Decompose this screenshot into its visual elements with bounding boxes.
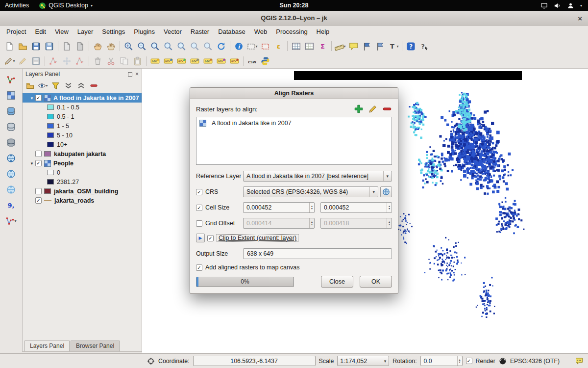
whats-this-button[interactable]: ? [417,40,431,53]
current-edits-button[interactable]: ▾ [3,55,16,68]
legend-item[interactable]: 0 [23,168,142,177]
grid-offset-checkbox[interactable] [196,220,202,227]
show-statistical-summary-button[interactable]: Σ [316,40,329,53]
layer-labeling-options-button[interactable]: abc [148,55,162,68]
menu-settings[interactable]: Settings [98,26,129,38]
cell-size-x-spinbox[interactable]: 0.000452 ▴▾ [243,202,315,213]
new-shapefile-layer-button[interactable]: ▾ [4,215,19,227]
new-bookmark-button[interactable] [360,40,373,53]
legend-item[interactable]: 0.1 - 0.5 [23,103,142,112]
crs-combobox[interactable]: Selected CRS (EPSG:4326, WGS 84) ▾ [243,186,378,197]
zoom-out-button[interactable]: − [135,40,148,53]
new-print-composer-button[interactable] [60,40,74,53]
layer-visibility-checkbox[interactable]: ✓ [35,95,42,101]
refresh-map-button[interactable] [215,40,228,53]
add-feature-button[interactable] [47,55,60,68]
zoom-to-layer-button[interactable] [175,40,188,53]
clock[interactable]: Sun 20:28 [279,2,308,9]
window-titlebar[interactable]: QGIS 2.12.0–Lyon – jk × [0,11,588,26]
menu-raster[interactable]: Raster [186,26,214,38]
select-crs-button[interactable] [380,186,392,197]
layer-item[interactable]: ✓jakarta_roads [23,196,142,205]
window-close-button[interactable]: × [578,11,582,26]
display-icon[interactable] [540,2,548,9]
zoom-full-extent-button[interactable] [148,40,162,53]
pin-unpin-labels-button[interactable]: abc [162,55,175,68]
user-icon[interactable] [567,2,574,9]
log-messages-icon[interactable] [575,357,583,365]
spin-arrows-icon[interactable]: ▴▾ [387,203,392,212]
add-wcs-layer-button[interactable] [4,168,19,180]
csw-search-button[interactable]: CSW [245,55,259,68]
clip-to-extent-checkbox[interactable]: ✓ [207,235,214,241]
rotation-spinbox[interactable]: 0.0 ▴▾ [420,356,463,366]
composer-manager-button[interactable] [74,40,87,53]
open-attribute-table-button[interactable] [290,40,303,53]
menu-database[interactable]: Database [214,26,250,38]
remove-raster-button[interactable] [382,104,392,114]
grid-offset-y-spinbox[interactable]: 0.000418 ▴▾ [320,218,392,229]
text-annotation-button[interactable]: T▾ [387,40,400,53]
float-panel-icon[interactable] [128,72,132,77]
menu-project[interactable]: Project [2,26,30,38]
raster-layers-list[interactable]: A flood in Jakarta like in 2007 [196,117,392,165]
layer-visibility-checkbox[interactable] [35,151,42,157]
clip-expand-button[interactable]: ▶ [196,234,205,242]
add-postgis-layer-button[interactable] [4,105,19,117]
spin-arrows-icon[interactable]: ▴▾ [309,203,314,212]
add-vector-layer-button[interactable] [4,74,19,85]
pan-to-selection-button[interactable] [104,40,118,53]
select-by-expression-button[interactable]: ε [272,40,285,53]
list-item[interactable]: A flood in Jakarta like in 2007 [199,120,389,127]
zoom-in-button[interactable]: + [122,40,135,53]
layer-item[interactable]: jakarta_OSM_building [23,186,142,196]
new-project-button[interactable] [3,40,16,53]
add-mssql-layer-button[interactable] [4,136,19,148]
paste-features-button[interactable] [131,55,144,68]
add-raster-layer-button[interactable] [4,89,19,101]
remove-layer-button[interactable] [88,80,100,91]
measure-button[interactable]: ▾ [334,40,347,53]
menu-processing[interactable]: Processing [271,26,312,38]
legend-item[interactable]: 1 - 5 [23,121,142,131]
move-label-button[interactable]: abc [201,55,215,68]
python-console-button[interactable] [259,55,272,68]
dialog-title[interactable]: Align Rasters [190,88,398,99]
zoom-next-button[interactable] [201,40,215,53]
layer-item[interactable]: ▾✓A flood in Jakarta like in 2007 [23,93,142,103]
scale-combobox[interactable]: 1:174,052 ▾ [337,356,389,366]
collapse-all-button[interactable] [75,80,87,91]
filter-legend-button[interactable] [49,80,62,91]
field-calculator-button[interactable] [303,40,316,53]
crs-checkbox[interactable]: ✓ [196,189,202,195]
expand-all-button[interactable] [62,80,74,91]
coordinate-input[interactable]: 106.5923,-6.1437 [193,356,316,366]
add-spatialite-layer-button[interactable] [4,121,19,132]
show-bookmarks-button[interactable] [373,40,387,53]
copy-features-button[interactable] [118,55,131,68]
rotate-label-button[interactable]: abc [215,55,228,68]
menu-view[interactable]: View [50,26,73,38]
delete-selected-button[interactable] [91,55,104,68]
clip-to-extent-label[interactable]: Clip to Extent (current: layer) [217,234,298,242]
menu-layer[interactable]: Layer [73,26,98,38]
layer-visibility-checkbox[interactable]: ✓ [35,160,42,166]
layer-visibility-checkbox[interactable]: ✓ [35,197,42,204]
move-feature-button[interactable] [60,55,74,68]
tab-layers-panel[interactable]: Layers Panel [24,341,70,351]
add-wms-layer-button[interactable] [4,152,19,164]
menu-plugins[interactable]: Plugins [129,26,159,38]
menu-help[interactable]: Help [312,26,334,38]
save-project-as-button[interactable] [43,40,56,53]
zoom-last-button[interactable] [188,40,201,53]
add-delimited-text-layer-button[interactable]: 9, [4,199,19,211]
legend-item[interactable]: 5 - 10 [23,131,142,140]
save-project-button[interactable] [29,40,43,53]
cell-size-checkbox[interactable]: ✓ [196,205,202,211]
crs-status-label[interactable]: EPSG:4326 (OTF) [510,358,560,365]
menu-edit[interactable]: Edit [30,26,50,38]
highlight-pinned-labels-button[interactable]: abc [175,55,188,68]
deselect-features-button[interactable] [259,40,272,53]
help-contents-button[interactable]: ? [404,40,417,53]
save-layer-edits-button[interactable] [29,55,43,68]
